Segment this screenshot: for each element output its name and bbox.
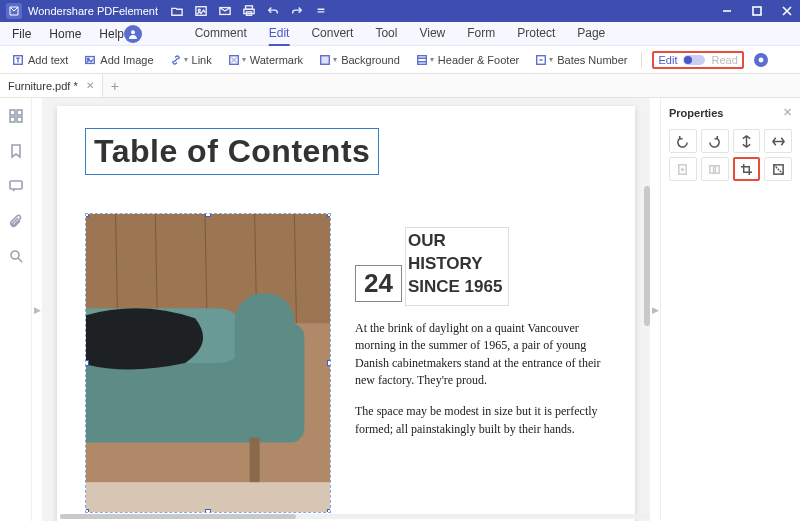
resize-handle[interactable]: [85, 509, 89, 513]
svg-rect-13: [418, 55, 427, 64]
tab-tool[interactable]: Tool: [375, 22, 397, 46]
entry-number[interactable]: 24: [355, 265, 402, 302]
close-icon[interactable]: [780, 4, 794, 18]
header-footer-button[interactable]: ▾ Header & Footer: [410, 52, 525, 68]
document-page: Table of Contents: [57, 106, 635, 521]
header-footer-label: Header & Footer: [438, 54, 519, 66]
resize-handle[interactable]: [205, 213, 211, 217]
body-paragraph[interactable]: At the brink of daylight on a quaint Van…: [355, 320, 607, 390]
add-image-label: Add Image: [100, 54, 153, 66]
tab-edit[interactable]: Edit: [269, 22, 290, 46]
rotate-right-icon[interactable]: [701, 129, 729, 153]
menu-help[interactable]: Help: [99, 27, 124, 41]
properties-panel: Properties ✕: [660, 98, 800, 521]
tab-form[interactable]: Form: [467, 22, 495, 46]
tab-protect[interactable]: Protect: [517, 22, 555, 46]
replace-icon[interactable]: [701, 157, 729, 181]
document-tab[interactable]: Furniture.pdf * ✕: [0, 74, 103, 97]
envelope-icon[interactable]: [218, 4, 232, 18]
redo-icon[interactable]: [290, 4, 304, 18]
selected-image[interactable]: [85, 213, 331, 513]
edit-mode-label: Edit: [658, 54, 677, 66]
resize-handle[interactable]: [85, 360, 89, 366]
flip-h-icon[interactable]: [764, 129, 792, 153]
edit-mode-group: Edit Read: [652, 51, 743, 69]
tab-close-icon[interactable]: ✕: [86, 80, 94, 91]
document-canvas[interactable]: Table of Contents: [42, 98, 650, 521]
comment-icon[interactable]: [8, 178, 24, 197]
canvas-wrapper: ▶ Table of Contents: [32, 98, 660, 521]
watermark-button[interactable]: ▾ Watermark: [222, 52, 309, 68]
crop-icon[interactable]: [733, 157, 761, 181]
image-icon[interactable]: [194, 4, 208, 18]
background-button[interactable]: ▾ Background: [313, 52, 406, 68]
window-controls: [720, 4, 794, 18]
tab-convert[interactable]: Convert: [311, 22, 353, 46]
svg-rect-19: [17, 117, 22, 122]
resize-handle[interactable]: [85, 213, 89, 217]
tab-comment[interactable]: Comment: [195, 22, 247, 46]
link-label: Link: [192, 54, 212, 66]
resize-handle[interactable]: [327, 509, 331, 513]
opacity-icon[interactable]: [764, 157, 792, 181]
entry-headline[interactable]: OUR HISTORY SINCE 1965: [405, 227, 510, 306]
headline-line: OUR: [408, 230, 503, 253]
expand-right-icon[interactable]: ▶: [650, 98, 660, 521]
search-icon[interactable]: [8, 248, 24, 267]
svg-rect-17: [17, 110, 22, 115]
extract-icon[interactable]: [669, 157, 697, 181]
maximize-icon[interactable]: [750, 4, 764, 18]
horizontal-scrollbar[interactable]: [60, 514, 650, 519]
resize-handle[interactable]: [205, 509, 211, 513]
headline-line: HISTORY: [408, 253, 503, 276]
thumbnails-icon[interactable]: [8, 108, 24, 127]
properties-title: Properties: [669, 107, 723, 119]
svg-point-1: [198, 9, 200, 11]
link-button[interactable]: ▾ Link: [164, 52, 218, 68]
ribbon-edit: Add text Add Image ▾ Link ▾ Watermark ▾ …: [0, 46, 800, 74]
document-tab-label: Furniture.pdf *: [8, 80, 78, 92]
bates-label: Bates Number: [557, 54, 627, 66]
undo-icon[interactable]: [266, 4, 280, 18]
document-tab-strip: Furniture.pdf * ✕ +: [0, 74, 800, 98]
rotate-left-icon[interactable]: [669, 129, 697, 153]
svg-rect-33: [86, 482, 330, 512]
watermark-label: Watermark: [250, 54, 303, 66]
page-title[interactable]: Table of Contents: [85, 128, 379, 175]
add-image-button[interactable]: Add Image: [78, 52, 159, 68]
menu-home[interactable]: Home: [49, 27, 81, 41]
chevron-down-icon: ▾: [184, 55, 188, 64]
app-title: Wondershare PDFelement: [28, 5, 158, 17]
bookmark-icon[interactable]: [8, 143, 24, 162]
add-text-button[interactable]: Add text: [6, 52, 74, 68]
vertical-scrollbar[interactable]: [644, 186, 650, 326]
svg-rect-23: [86, 214, 330, 323]
svg-rect-18: [10, 117, 15, 122]
body-paragraph[interactable]: The space may be modest in size but it i…: [355, 403, 607, 438]
resize-handle[interactable]: [327, 213, 331, 217]
svg-rect-12: [321, 55, 330, 64]
bates-number-button[interactable]: ▾ Bates Number: [529, 52, 633, 68]
workspace: ▶ Table of Contents: [0, 98, 800, 521]
properties-close-icon[interactable]: ✕: [783, 106, 792, 119]
user-avatar[interactable]: [124, 25, 142, 43]
tab-view[interactable]: View: [419, 22, 445, 46]
app-logo: [6, 3, 22, 19]
voice-icon[interactable]: [754, 53, 768, 67]
svg-rect-20: [10, 181, 22, 189]
svg-point-21: [11, 251, 19, 259]
new-tab-button[interactable]: +: [103, 78, 127, 94]
edit-read-toggle[interactable]: [683, 55, 705, 65]
tab-page[interactable]: Page: [577, 22, 605, 46]
resize-handle[interactable]: [327, 360, 331, 366]
chevron-down-icon: ▾: [333, 55, 337, 64]
more-icon[interactable]: [314, 4, 328, 18]
minimize-icon[interactable]: [720, 4, 734, 18]
folder-open-icon[interactable]: [170, 4, 184, 18]
flip-v-icon[interactable]: [733, 129, 761, 153]
sofa-illustration: [86, 214, 330, 512]
menu-file[interactable]: File: [12, 27, 31, 41]
expand-left-icon[interactable]: ▶: [32, 98, 42, 521]
print-icon[interactable]: [242, 4, 256, 18]
attachment-icon[interactable]: [8, 213, 24, 232]
